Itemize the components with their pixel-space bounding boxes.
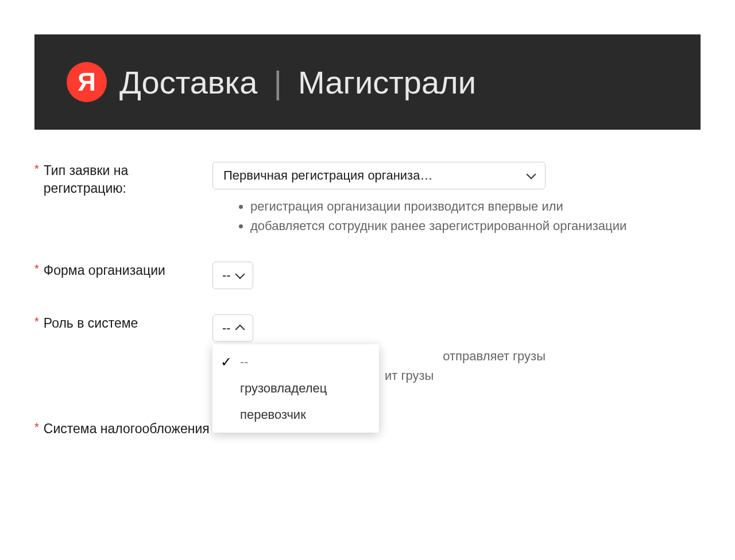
org-form-select[interactable]: -- — [212, 262, 253, 289]
request-type-label: Тип заявки на регистрацию: — [44, 162, 212, 197]
org-form-value: -- — [222, 268, 231, 283]
role-dropdown-menu: ✓ -- грузовладелец перевозчик — [212, 344, 379, 433]
org-form-row: * Форма организации -- — [34, 262, 701, 289]
yandex-logo-icon: Я — [67, 62, 107, 102]
divider-icon: | — [274, 64, 283, 101]
product-name: Магистрали — [298, 64, 476, 101]
header-banner: Я Доставка | Магистрали — [34, 34, 701, 130]
brand-name: Доставка — [119, 64, 258, 101]
role-option-carrier[interactable]: перевозчик — [212, 402, 379, 428]
help-item: добавляется сотрудник ранее зарегистриро… — [250, 217, 701, 235]
request-type-help: регистрация организации производится впе… — [212, 197, 701, 235]
check-icon: ✓ — [220, 354, 232, 370]
role-label: Роль в системе — [44, 314, 138, 332]
required-marker: * — [34, 262, 39, 275]
role-row: * Роль в системе -- отправляет грузы ит … — [34, 314, 701, 386]
role-value: -- — [222, 321, 231, 336]
tax-system-label: Система налогообложения — [44, 420, 210, 438]
role-option-empty[interactable]: ✓ -- — [212, 349, 379, 375]
request-type-select[interactable]: Первичная регистрация организа… — [212, 162, 546, 189]
request-type-row: * Тип заявки на регистрацию: Первичная р… — [34, 162, 701, 236]
request-type-value: Первичная регистрация организа… — [223, 168, 516, 183]
required-marker: * — [34, 314, 39, 328]
org-form-label: Форма организации — [44, 262, 165, 279]
role-select[interactable]: -- — [212, 314, 253, 342]
chevron-up-icon — [235, 324, 245, 334]
help-item: регистрация организации производится впе… — [250, 197, 701, 216]
role-option-owner[interactable]: грузовладелец — [212, 375, 379, 402]
chevron-down-icon — [235, 269, 245, 279]
required-marker: * — [34, 162, 39, 176]
required-marker: * — [34, 420, 39, 434]
chevron-down-icon — [527, 170, 536, 180]
